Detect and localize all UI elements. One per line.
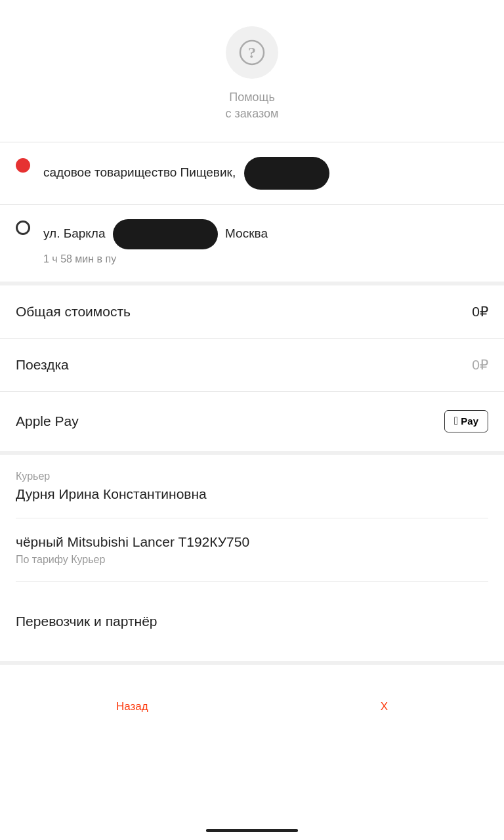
- destination-subtext: 1 ч 58 мин в пу: [43, 252, 488, 266]
- bottom-tabs: Назад Х: [0, 684, 504, 724]
- apple-pay-text: Pay: [461, 415, 478, 427]
- courier-section: Курьер Дурня Ирина Константиновна чёрный…: [0, 455, 504, 665]
- origin-dot: [16, 158, 30, 173]
- help-text: Помощь с заказом: [226, 89, 279, 122]
- origin-text: садовое товарищество Пищевик,: [43, 157, 488, 190]
- total-cost-row: Общая стоимость 0₽: [0, 285, 504, 339]
- payment-label: Apple Pay: [16, 413, 79, 429]
- destination-text: ул. Баркла Москва 1 ч 58 мин в пу: [43, 219, 488, 266]
- courier-name: Дурня Ирина Константиновна: [16, 486, 488, 502]
- apple-pay-badge[interactable]:  Pay: [444, 410, 488, 432]
- destination-dot: [16, 220, 30, 235]
- bottom-handle: [206, 829, 298, 832]
- apple-logo-icon: : [454, 415, 458, 428]
- courier-sublabel: Курьер: [16, 471, 488, 482]
- route-section: садовое товарищество Пищевик, ул. Баркла…: [0, 142, 504, 285]
- ride-cost-row: Поездка 0₽: [0, 339, 504, 392]
- courier-car-row: чёрный Mitsubishi Lancer T192КУ750 По та…: [16, 518, 488, 582]
- total-cost-label: Общая стоимость: [16, 304, 131, 320]
- help-section: ? Помощь с заказом: [0, 0, 504, 142]
- close-button[interactable]: Х: [354, 695, 414, 719]
- tariff-info: По тарифу Курьер: [16, 554, 488, 566]
- ride-cost-label: Поездка: [16, 357, 69, 373]
- courier-name-row: Курьер Дурня Ирина Константиновна: [16, 455, 488, 518]
- car-info: чёрный Mitsubishi Lancer T192КУ750: [16, 534, 488, 550]
- partner-row: Перевозчик и партнёр: [16, 582, 488, 661]
- help-icon-button[interactable]: ?: [226, 26, 278, 79]
- redacted-origin: [244, 157, 329, 190]
- route-origin-item[interactable]: садовое товарищество Пищевик,: [0, 142, 504, 205]
- screen: ? Помощь с заказом садовое товарищество …: [0, 0, 504, 840]
- total-cost-value: 0₽: [472, 304, 488, 320]
- ride-cost-value: 0₽: [472, 357, 488, 373]
- redacted-destination: [113, 219, 218, 249]
- bottom-handle-container: [0, 665, 504, 684]
- payment-row: Apple Pay  Pay: [0, 392, 504, 451]
- back-button[interactable]: Назад: [90, 695, 175, 719]
- details-section: Общая стоимость 0₽ Поездка 0₽ Apple Pay …: [0, 285, 504, 455]
- question-icon: ?: [239, 39, 265, 66]
- route-destination-item[interactable]: ул. Баркла Москва 1 ч 58 мин в пу: [0, 205, 504, 281]
- svg-text:?: ?: [248, 44, 256, 61]
- partner-label: Перевозчик и партнёр: [16, 598, 488, 645]
